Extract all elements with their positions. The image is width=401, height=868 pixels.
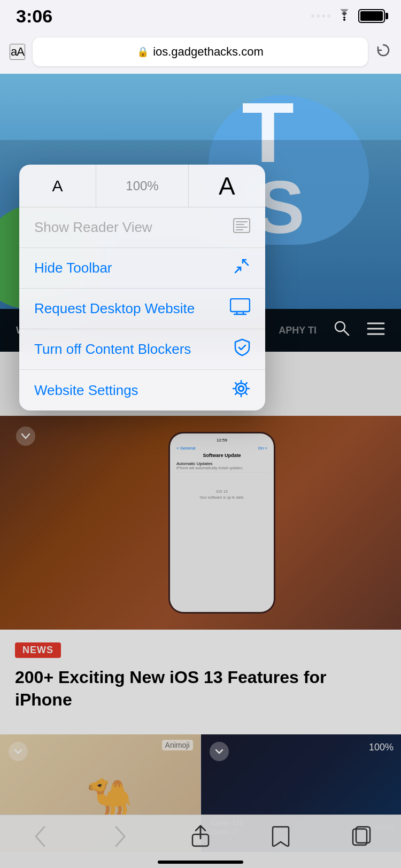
request-desktop-item[interactable]: Request Desktop Website — [19, 289, 265, 329]
lock-icon: 🔒 — [137, 46, 149, 58]
article-content: NEWS 200+ Exciting New iOS 13 Features f… — [0, 630, 401, 734]
svg-line-11 — [235, 267, 241, 273]
signal-dots — [311, 14, 330, 18]
font-percent-display: 100% — [96, 165, 189, 207]
bookmarks-icon — [271, 825, 291, 848]
nav-icons: APHY TI — [279, 319, 385, 342]
back-button[interactable] — [24, 820, 56, 852]
phone-back-label: < General — [176, 446, 195, 451]
news-badge: NEWS — [15, 642, 61, 658]
forward-icon — [113, 825, 128, 848]
back-icon — [33, 825, 48, 848]
menu-icon[interactable] — [367, 321, 385, 340]
svg-point-0 — [343, 19, 345, 21]
website-settings-label: Website Settings — [34, 382, 138, 399]
bg-text-t: T — [242, 90, 294, 175]
tabs-button[interactable] — [345, 820, 377, 852]
font-increase-button[interactable]: A — [189, 165, 265, 207]
phone-version: iOS 13 — [174, 489, 269, 494]
share-icon — [190, 825, 211, 848]
home-indicator — [158, 861, 243, 864]
forward-button[interactable] — [104, 820, 136, 852]
wifi-icon — [337, 8, 352, 25]
svg-point-18 — [236, 383, 246, 394]
signal-dot-2 — [317, 14, 320, 18]
thumb-left-chevron-icon — [9, 742, 28, 761]
phone-mockup: 12:59 < General On > Software Update Aut… — [168, 432, 275, 614]
website-settings-item[interactable]: Website Settings — [19, 370, 265, 410]
percent-text: 100% — [369, 742, 394, 753]
signal-dot-3 — [322, 14, 325, 18]
status-bar: 3:06 — [0, 0, 401, 32]
reader-view-icon — [233, 218, 250, 237]
article-title: 200+ Exciting New iOS 13 Features for iP… — [15, 666, 386, 711]
signal-dot-4 — [327, 14, 330, 18]
aphy-text: APHY TI — [279, 325, 317, 336]
show-reader-view-label: Show Reader View — [34, 219, 152, 236]
url-text: ios.gadgethacks.com — [153, 45, 264, 59]
phone-screen: 12:59 < General On > Software Update Aut… — [170, 433, 274, 612]
dropdown-menu: A 100% A Show Reader View — [19, 165, 265, 410]
battery-icon — [358, 9, 385, 23]
svg-rect-13 — [230, 299, 250, 312]
address-bar: aA 🔒 ios.gadgethacks.com — [0, 32, 401, 74]
status-time: 3:06 — [16, 6, 52, 27]
aa-button[interactable]: aA — [10, 44, 25, 60]
share-button[interactable] — [184, 820, 217, 852]
status-icons — [311, 8, 385, 25]
phone-status-time: 12:59 — [174, 438, 269, 443]
phone-screen-title: Software Update — [174, 453, 269, 458]
content-blockers-label: Turn off Content Blockers — [34, 341, 191, 358]
bottom-toolbar — [0, 815, 401, 868]
desktop-icon — [230, 298, 250, 319]
tabs-icon — [351, 825, 371, 848]
signal-dot-1 — [311, 14, 314, 18]
font-decrease-button[interactable]: A — [19, 165, 96, 207]
svg-point-19 — [239, 386, 243, 391]
hide-toolbar-item[interactable]: Hide Toolbar — [19, 248, 265, 289]
phone-auto-update-row: Automatic Updates iPhone will automatica… — [174, 459, 269, 472]
chevron-down-icon[interactable] — [16, 427, 35, 446]
content-blockers-item[interactable]: Turn off Content Blockers — [19, 329, 265, 370]
search-icon[interactable] — [333, 319, 351, 342]
refresh-icon[interactable] — [375, 42, 391, 62]
gear-icon — [232, 379, 250, 401]
hide-toolbar-label: Hide Toolbar — [34, 260, 112, 276]
animoji-label: Animoji — [162, 740, 193, 750]
phone-update-text: iOS 13 Your software is up to date. — [174, 489, 269, 500]
shield-icon — [234, 338, 250, 360]
svg-line-12 — [243, 260, 248, 265]
thumb-right-chevron-icon — [210, 742, 229, 761]
phone-up-to-date: Your software is up to date. — [174, 494, 269, 500]
font-size-row: A 100% A — [19, 165, 265, 207]
page-wrapper: T S WO LL BYTE APHY TI — [0, 74, 401, 868]
show-reader-view-item[interactable]: Show Reader View — [19, 207, 265, 248]
svg-line-2 — [344, 330, 349, 335]
phone-auto-update-label: Automatic Updates — [176, 461, 267, 466]
camel-emoji: 🐪 — [86, 776, 133, 819]
battery-fill — [360, 11, 383, 21]
article-image: 12:59 < General On > Software Update Aut… — [0, 416, 401, 630]
phone-on-label: On > — [258, 446, 267, 451]
phone-auto-update-sub: iPhone will automatically install update… — [176, 466, 267, 470]
bookmarks-button[interactable] — [265, 820, 297, 852]
hide-toolbar-icon — [233, 258, 250, 278]
url-field[interactable]: 🔒 ios.gadgethacks.com — [33, 37, 368, 66]
svg-rect-6 — [234, 219, 250, 232]
request-desktop-label: Request Desktop Website — [34, 300, 195, 317]
phone-nav: < General On > — [174, 445, 269, 452]
